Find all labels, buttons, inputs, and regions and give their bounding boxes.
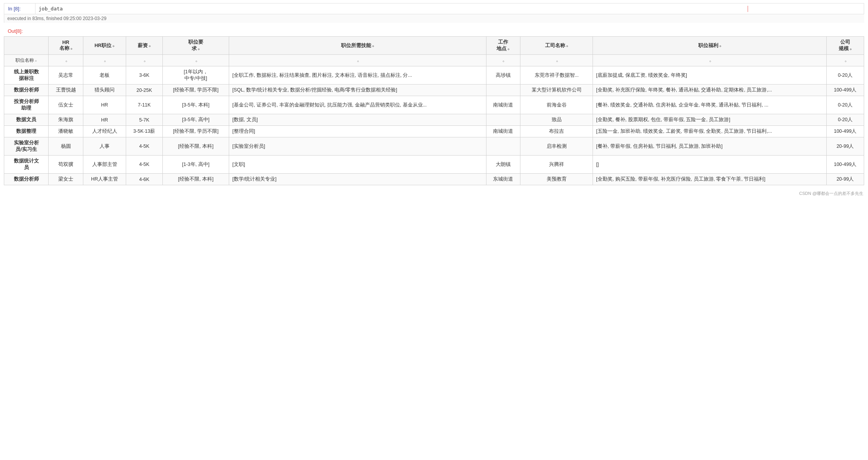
col-subheader-6[interactable]: ⬦	[229, 55, 486, 66]
in-text: In	[8, 6, 12, 12]
col-subheader-9[interactable]: ⬦	[593, 55, 826, 66]
execution-info: executed in 83ms, finished 09:25:00 2023…	[4, 14, 864, 23]
table-row: 数据统计文 员苟双骥人事部主管4-5K[1-3年, 高中][文职]大朗镇兴腾祥[…	[4, 156, 864, 174]
cell-hr-role: HR人事主管	[83, 174, 126, 185]
cell-scale: 0-20人	[826, 96, 864, 114]
cell-welfare: [餐补, 绩效奖金, 交通补助, 住房补贴, 企业年金, 年终奖, 通讯补贴, …	[593, 96, 826, 114]
cell-welfare: [底薪加提成, 保底工资, 绩效奖金, 年终奖]	[593, 66, 826, 85]
cell-company: 美预教育	[520, 174, 593, 185]
col-header-company[interactable]: 工司名称⬦	[520, 37, 593, 55]
cell-location: 南城街道	[486, 96, 520, 114]
cell-position: 实验室分析 员/实习生	[4, 137, 49, 156]
sort-icon-salary[interactable]: ⬦	[149, 44, 151, 48]
cell-company: 致品	[520, 114, 593, 126]
sort-icon-scale[interactable]: ⬦	[849, 47, 852, 51]
col-header-skills[interactable]: 职位所需技能⬦	[229, 37, 486, 55]
cell-location: 大朗镇	[486, 156, 520, 174]
cell-requirement: [3-5年, 高中]	[162, 114, 229, 126]
notebook-cell: In [8]: job_data executed in 83ms, finis…	[0, 0, 868, 26]
cell-scale: 100-499人	[826, 126, 864, 137]
cell-salary: 20-25K	[126, 85, 162, 96]
col-header-hr-name[interactable]: HR名称⬦	[49, 37, 83, 55]
cell-hr-name: 伍女士	[49, 96, 83, 114]
col-header-hr-role[interactable]: HR职位⬦	[83, 37, 126, 55]
cell-scale: 20-99人	[826, 137, 864, 156]
cell-welfare: [餐补, 带薪年假, 住房补贴, 节日福利, 员工旅游, 加班补助]	[593, 137, 826, 156]
cell-welfare: [全勤奖, 餐补, 股票期权, 包住, 带薪年假, 五险一金, 员工旅游]	[593, 114, 826, 126]
cell-requirement: [经验不限, 学历不限]	[162, 126, 229, 137]
table-row: 数据分析师王曹悦越猎头顾问20-25K[经验不限, 学历不限][SQL, 数学/…	[4, 85, 864, 96]
cell-hr-role: HR	[83, 96, 126, 114]
cursor	[748, 6, 748, 12]
col-header-scale[interactable]: 公司规模⬦	[826, 37, 864, 55]
cell-company: 某大型计算机软件公司	[520, 85, 593, 96]
table-row: 数据分析师梁女士HR人事主管4-6K[经验不限, 本科][数学/统计相关专业]东…	[4, 174, 864, 185]
cell-requirement: [1年以内， 中专/中技]	[162, 66, 229, 85]
col-header-location[interactable]: 工作地点⬦	[486, 37, 520, 55]
col-header-welfare[interactable]: 职位福利⬦	[593, 37, 826, 55]
cell-scale: 0-20人	[826, 66, 864, 85]
cell-position: 数据整理	[4, 126, 49, 137]
cell-skills: [文职]	[229, 156, 486, 174]
cell-scale: 100-499人	[826, 156, 864, 174]
col-subheader-2[interactable]: ⬦	[49, 55, 83, 66]
cell-salary: 5-7K	[126, 114, 162, 126]
cell-hr-name: 王曹悦越	[49, 85, 83, 96]
table-row: 投资分析师 助理伍女士HR7-11K[3-5年, 本科][基金公司, 证券公司,…	[4, 96, 864, 114]
sort-icon-location[interactable]: ⬦	[507, 47, 510, 51]
table-row: 数据文员朱海旗HR5-7K[3-5年, 高中][数据, 文员]致品[全勤奖, 餐…	[4, 114, 864, 126]
footer-bar: CSDN @哪都会一点的差不多先生	[0, 189, 868, 198]
table-row: 线上兼职数 据标注吴志常老板3-6K[1年以内， 中专/中技][全职工作, 数据…	[4, 66, 864, 85]
cell-hr-name: 朱海旗	[49, 114, 83, 126]
sort-icon-hr-role[interactable]: ⬦	[112, 44, 115, 48]
cell-welfare: []	[593, 156, 826, 174]
sort-icon-hr-name[interactable]: ⬦	[70, 46, 73, 51]
cell-location	[486, 85, 520, 96]
cell-company: 兴腾祥	[520, 156, 593, 174]
col-subheader-10[interactable]: ⬦	[826, 55, 864, 66]
cell-company: 布拉吉	[520, 126, 593, 137]
col-subheader-4[interactable]: ⬦	[126, 55, 162, 66]
cell-hr-role: 人才经纪人	[83, 126, 126, 137]
sort-icon-requirement[interactable]: ⬦	[198, 47, 200, 51]
cell-code-area[interactable]: job_data	[35, 3, 864, 14]
col-subheader-8[interactable]: ⬦	[520, 55, 593, 66]
job-data-table: HR名称⬦ HR职位⬦ 薪资⬦ 职位要求⬦ 职位所需技能⬦ 工作地点⬦	[4, 36, 864, 185]
cell-skills: [数学/统计相关专业]	[229, 174, 486, 185]
cell-company: 启丰检测	[520, 137, 593, 156]
cell-welfare: [五险一金, 加班补助, 绩效奖金, 工龄奖, 带薪年假, 全勤奖, 员工旅游,…	[593, 126, 826, 137]
out-label: Out[8]:	[4, 26, 27, 35]
sort-icon-welfare[interactable]: ⬦	[719, 44, 721, 48]
cell-requirement: [经验不限, 本科]	[162, 137, 229, 156]
data-table-wrapper: HR名称⬦ HR职位⬦ 薪资⬦ 职位要求⬦ 职位所需技能⬦ 工作地点⬦	[4, 36, 864, 185]
cell-position: 线上兼职数 据标注	[4, 66, 49, 85]
col-subheader-5[interactable]: ⬦	[162, 55, 229, 66]
cell-input-block[interactable]: In [8]: job_data	[4, 3, 864, 14]
col-subheader-7[interactable]: ⬦	[486, 55, 520, 66]
col-subheader-3[interactable]: ⬦	[83, 55, 126, 66]
cell-hr-role: 人事	[83, 137, 126, 156]
col-header-salary[interactable]: 薪资⬦	[126, 37, 162, 55]
cell-company: 前海金谷	[520, 96, 593, 114]
table-body: 线上兼职数 据标注吴志常老板3-6K[1年以内， 中专/中技][全职工作, 数据…	[4, 66, 864, 185]
cell-position: 投资分析师 助理	[4, 96, 49, 114]
sort-icon-company[interactable]: ⬦	[566, 44, 568, 48]
cell-skills: [数据, 文员]	[229, 114, 486, 126]
col-subheader-position[interactable]: 职位名称⬦	[4, 55, 49, 66]
cell-salary: 4-6K	[126, 174, 162, 185]
cell-position: 数据分析师	[4, 85, 49, 96]
col-header-requirement[interactable]: 职位要求⬦	[162, 37, 229, 55]
cell-skills: [整理合同]	[229, 126, 486, 137]
sort-icon-position[interactable]: ⬦	[35, 58, 37, 63]
cell-skills: [基金公司, 证券公司, 丰富的金融理财知识, 抗压能力强, 金融产品营销类职位…	[229, 96, 486, 114]
footer-text: CSDN @哪都会一点的差不多先生	[799, 191, 863, 196]
sort-icon-skills[interactable]: ⬦	[372, 44, 374, 48]
cell-position: 数据文员	[4, 114, 49, 126]
col-header-empty[interactable]	[4, 37, 49, 55]
cell-location: 南城街道	[486, 126, 520, 137]
cell-hr-name: 杨圆	[49, 137, 83, 156]
cell-hr-name: 吴志常	[49, 66, 83, 85]
cell-location	[486, 137, 520, 156]
cell-requirement: [1-3年, 高中]	[162, 156, 229, 174]
code-text: job_data	[39, 6, 63, 12]
